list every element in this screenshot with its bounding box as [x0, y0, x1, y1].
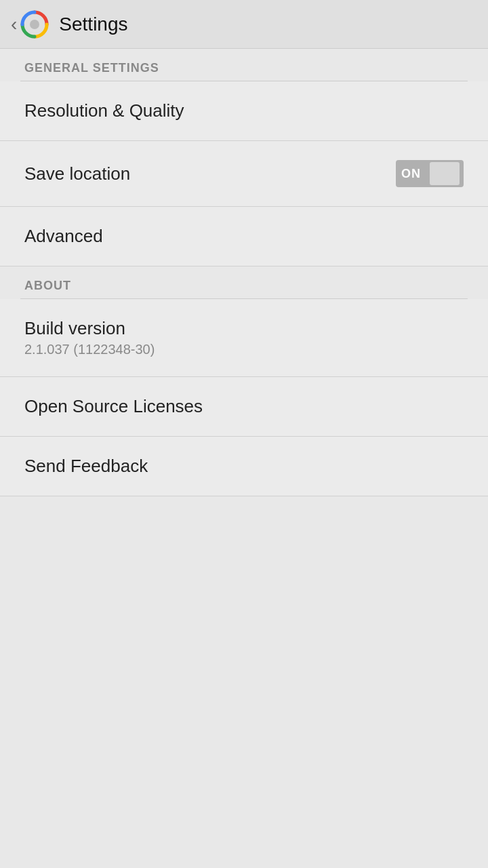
- send-feedback-item[interactable]: Send Feedback: [0, 437, 488, 496]
- app-icon: [20, 9, 49, 39]
- open-source-label: Open Source Licenses: [24, 396, 203, 417]
- about-header: ABOUT: [0, 267, 488, 298]
- advanced-item[interactable]: Advanced: [0, 207, 488, 267]
- save-location-content: Save location: [24, 163, 130, 184]
- resolution-quality-item[interactable]: Resolution & Quality: [0, 81, 488, 141]
- send-feedback-content: Send Feedback: [24, 456, 148, 477]
- page-title: Settings: [59, 14, 127, 35]
- save-location-toggle[interactable]: ON: [396, 160, 464, 187]
- toggle-knob: [430, 162, 460, 185]
- save-location-item[interactable]: Save location ON: [0, 141, 488, 207]
- open-source-item[interactable]: Open Source Licenses: [0, 377, 488, 437]
- toggle-on-label: ON: [401, 167, 421, 181]
- send-feedback-label: Send Feedback: [24, 456, 148, 477]
- build-version-label: Build version: [24, 318, 155, 339]
- top-bar: ‹ Settings: [0, 0, 488, 49]
- resolution-quality-content: Resolution & Quality: [24, 100, 184, 121]
- svg-point-2: [30, 20, 39, 29]
- general-settings-header: GENERAL SETTINGS: [0, 49, 488, 81]
- open-source-content: Open Source Licenses: [24, 396, 203, 417]
- resolution-quality-label: Resolution & Quality: [24, 100, 184, 121]
- advanced-content: Advanced: [24, 226, 103, 247]
- save-location-label: Save location: [24, 163, 130, 184]
- build-version-content: Build version 2.1.037 (1122348-30): [24, 318, 155, 357]
- build-version-sublabel: 2.1.037 (1122348-30): [24, 342, 155, 357]
- build-version-item: Build version 2.1.037 (1122348-30): [0, 299, 488, 377]
- advanced-label: Advanced: [24, 226, 103, 247]
- back-arrow-icon[interactable]: ‹: [11, 15, 17, 34]
